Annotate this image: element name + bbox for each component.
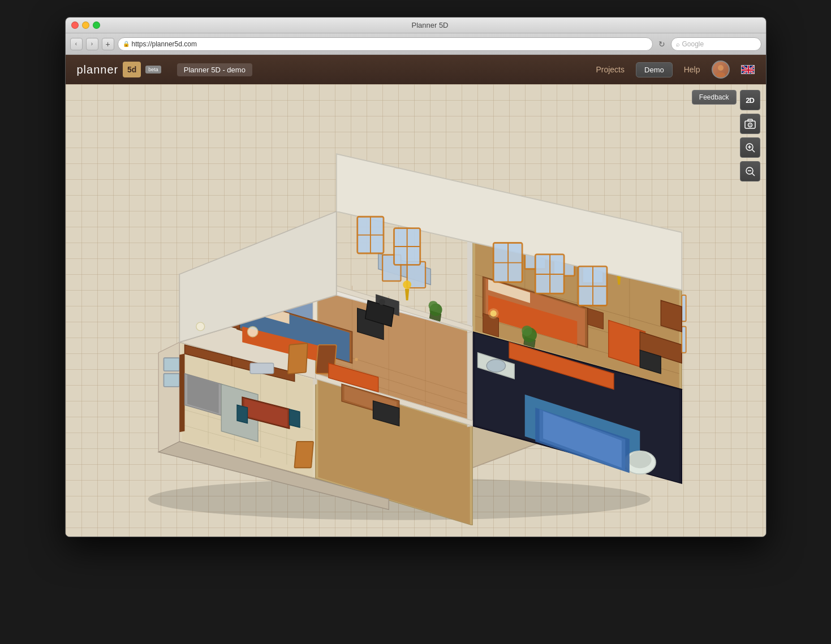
right-sidebar: 2D	[740, 90, 760, 181]
floorplan-svg	[77, 107, 732, 525]
svg-point-104	[486, 360, 505, 372]
close-button[interactable]	[71, 21, 79, 29]
user-avatar[interactable]	[712, 60, 730, 79]
projects-link[interactable]: Projects	[596, 65, 625, 74]
header-nav: Projects Demo Help	[596, 60, 754, 79]
zoom-out-button[interactable]	[740, 161, 760, 181]
search-icon: ⌕	[676, 41, 680, 47]
logo-box: 5d	[123, 62, 141, 77]
titlebar: Planner 5D	[66, 18, 766, 33]
minimize-button[interactable]	[82, 21, 89, 29]
svg-marker-71	[289, 409, 300, 427]
svg-rect-47	[163, 374, 179, 387]
svg-rect-135	[748, 119, 752, 121]
svg-marker-62	[179, 354, 184, 433]
zoom-out-icon	[744, 166, 756, 177]
search-bar[interactable]: ⌕ Google	[671, 37, 761, 51]
svg-rect-46	[163, 358, 179, 371]
demo-button[interactable]: Demo	[636, 62, 673, 77]
zoom-in-button[interactable]	[740, 137, 760, 158]
svg-point-129	[488, 308, 499, 319]
camera-icon	[744, 119, 756, 129]
svg-rect-64	[250, 363, 274, 374]
svg-point-127	[196, 322, 204, 331]
svg-point-0	[718, 65, 724, 71]
url-text: https://planner5d.com	[132, 40, 197, 48]
refresh-button[interactable]: ↻	[656, 38, 668, 50]
forward-button[interactable]: ›	[86, 38, 98, 50]
svg-line-143	[752, 174, 755, 176]
logo-text: planner	[77, 63, 119, 76]
language-flag[interactable]	[741, 65, 755, 74]
app-header: planner 5d beta Planner 5D - demo Projec…	[66, 55, 766, 84]
traffic-lights	[71, 21, 100, 29]
svg-point-126	[247, 327, 258, 338]
svg-point-73	[355, 358, 358, 361]
svg-marker-95	[404, 289, 408, 300]
svg-marker-70	[237, 405, 248, 423]
browser-toolbar: ‹ › + 🔒 https://planner5d.com ↻ ⌕ Google	[66, 33, 766, 55]
logo-area: planner 5d beta Planner 5D - demo	[77, 62, 252, 77]
svg-rect-124	[682, 295, 686, 321]
svg-point-90	[428, 301, 438, 310]
svg-point-132	[378, 299, 385, 305]
back-button[interactable]: ‹	[70, 38, 83, 50]
floorplan-container[interactable]	[77, 107, 732, 525]
search-placeholder: Google	[682, 40, 704, 48]
beta-badge: beta	[145, 66, 161, 74]
svg-point-1	[716, 72, 725, 77]
svg-marker-42	[467, 232, 472, 333]
svg-point-99	[628, 452, 651, 469]
svg-rect-106	[294, 442, 313, 468]
screenshot-button[interactable]	[740, 114, 760, 134]
svg-line-140	[752, 150, 755, 153]
maximize-button[interactable]	[93, 21, 100, 29]
project-name[interactable]: Planner 5D - demo	[177, 63, 252, 76]
svg-marker-43	[467, 332, 472, 427]
svg-rect-125	[682, 327, 686, 353]
main-viewport[interactable]: Feedback 2D	[66, 84, 766, 537]
svg-point-94	[403, 280, 411, 289]
svg-rect-105	[287, 343, 307, 374]
svg-point-136	[749, 124, 751, 126]
svg-point-93	[522, 326, 532, 336]
address-bar[interactable]: 🔒 https://planner5d.com	[118, 37, 653, 51]
new-tab-button[interactable]: +	[102, 38, 114, 50]
browser-window: Planner 5D ‹ › + 🔒 https://planner5d.com…	[65, 17, 767, 537]
help-link[interactable]: Help	[684, 65, 700, 74]
zoom-in-icon	[744, 142, 756, 153]
feedback-button[interactable]: Feedback	[692, 90, 737, 105]
2d-view-button[interactable]: 2D	[740, 90, 760, 110]
lock-icon: 🔒	[123, 41, 130, 47]
avatar-image	[713, 62, 729, 77]
window-title: Planner 5D	[100, 21, 760, 29]
